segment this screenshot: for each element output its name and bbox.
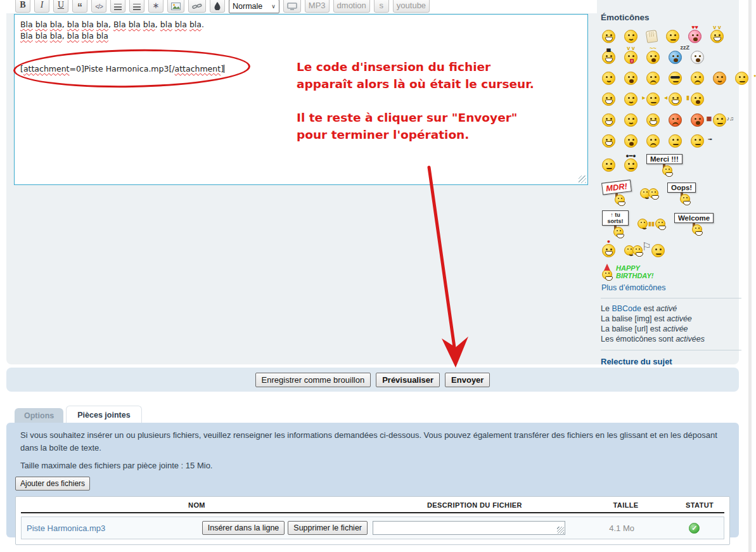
header-name: NOM [21, 501, 373, 509]
attachments-table: NOM DESCRIPTION DU FICHIER TAILLE STATUT… [15, 496, 730, 545]
toolbar-italic-button[interactable]: I [34, 0, 49, 13]
emoticons-panel: Émoticônes ♥♥v v▄v v~~zzZ*▸◂▮▦♪♫╼●━●Merc… [601, 10, 741, 366]
emoticon-rocker[interactable]: ▄ [602, 51, 615, 64]
birthday-text: HAPPY BIRTHDAY! [616, 264, 669, 279]
textarea-resize-handle[interactable] [579, 176, 586, 183]
attachments-panel: Si vous souhaitez insérer un ou plusieur… [6, 423, 739, 537]
toolbar-insert-link-icon[interactable] [188, 0, 206, 13]
submit-button-bar: Enregistrer comme brouillon Prévisualise… [6, 368, 739, 392]
emoticon-big-grin-ears[interactable]: v v [710, 30, 724, 43]
toolbar-list-ordered-icon[interactable] [129, 0, 144, 13]
attachments-table-header: NOM DESCRIPTION DU FICHIER TAILLE STATUT [21, 499, 724, 513]
emoticon-cool[interactable] [669, 72, 682, 85]
emoticon-neutral[interactable] [669, 134, 682, 148]
emoticon-whistle[interactable]: ♪♫ [713, 113, 726, 127]
emoticon-thumb-down[interactable]: ◂ [646, 93, 660, 106]
emoticon-very-happy[interactable] [602, 30, 615, 43]
emoticon-gunman[interactable]: ╼ [691, 134, 704, 148]
toolbar-list-item-button[interactable]: ∗ [148, 0, 163, 13]
emoticon-mdr[interactable]: MDR! [602, 181, 631, 205]
emoticon-beer[interactable]: ▮▮ [637, 219, 665, 229]
emoticons-title: Émoticônes [601, 13, 741, 22]
emoticon-redface[interactable] [713, 72, 726, 85]
toolbar-dmotion-button[interactable]: dmotion [333, 0, 370, 13]
emoticon-think[interactable]: * [735, 72, 748, 85]
attachment-file-link[interactable]: Piste Harmonica.mp3 [27, 523, 199, 533]
emoticon-thumbs-grin[interactable] [602, 134, 615, 148]
emoticon-down[interactable] [646, 134, 660, 148]
more-emoticons-link[interactable]: Plus d’émoticônes [601, 283, 741, 292]
emoticon-blonde[interactable]: ~~ [646, 51, 660, 64]
emoticon-sad[interactable] [646, 72, 660, 85]
toolbar-flash-icon[interactable] [283, 0, 301, 13]
format-select[interactable]: Normale∨ [229, 0, 279, 13]
emoticon-hug[interactable] [624, 245, 643, 255]
preview-button[interactable]: Prévisualiser [376, 373, 440, 387]
emoticon-weightlifter[interactable]: ●━● [624, 158, 637, 172]
toolbar-youtube-button[interactable]: youtube [393, 0, 430, 13]
emoticon-tu-sorts[interactable]: ↑ tu sorts! [602, 210, 629, 237]
emoticon-party[interactable]: ● [602, 244, 615, 257]
toolbar-list-bullet-icon[interactable] [110, 0, 125, 13]
delete-file-button[interactable]: Supprimer le fichier [288, 521, 368, 535]
tab-options[interactable]: Options [15, 408, 63, 423]
annotation-text: Le code d'insersion du fichierapparaît a… [297, 58, 599, 160]
header-size: TAILLE [577, 501, 675, 509]
attachments-intro: Si vous souhaitez insérer un ou plusieur… [20, 429, 727, 454]
emoticon-content[interactable] [666, 30, 679, 43]
emoticon-smile2[interactable] [602, 72, 615, 85]
emoticon-bow[interactable] [602, 158, 615, 172]
smiley-icon [602, 269, 612, 279]
post-editor-page: BIU“</>∗Normale∨MP3dmotionsyoutube Bla b… [0, 0, 756, 552]
emoticon-cheer-thumbs[interactable] [602, 93, 615, 106]
emoticon-welcome[interactable]: Welcome [674, 213, 714, 234]
emoticon-kiss[interactable] [640, 188, 658, 198]
editor-tabs: Options Pièces jointes [15, 406, 142, 423]
emoticon-wave-hand[interactable] [646, 30, 657, 42]
bbcode-link[interactable]: BBCode [612, 304, 641, 313]
emoticon-grin[interactable] [602, 113, 615, 127]
add-files-button[interactable]: Ajouter des fichiers [15, 477, 90, 491]
toolbar-underline-button[interactable]: U [53, 0, 68, 13]
annotation-arrow [402, 158, 475, 370]
emoticon-shocked[interactable] [691, 51, 704, 64]
emoticon-smile[interactable] [624, 30, 637, 43]
emoticon-happy-birthday[interactable]: HAPPY BIRTHDAY! [602, 264, 741, 279]
header-status: STATUT [675, 501, 724, 509]
attachment-size: 4.1 Mo [573, 523, 670, 533]
toolbar-insert-image-icon[interactable] [167, 0, 184, 13]
toolbar-mp3-button[interactable]: MP3 [305, 0, 330, 13]
emoticon-laugh[interactable] [646, 113, 660, 127]
toolbar-bold-button[interactable]: B [15, 0, 30, 13]
toolbar-code-button[interactable]: </> [91, 0, 106, 13]
file-description-input[interactable] [373, 521, 565, 535]
emoticon-wide-eyes[interactable] [624, 134, 637, 148]
emoticon-shout[interactable] [691, 93, 704, 106]
emoticon-merci[interactable]: Merci !!! [646, 154, 682, 176]
toolbar-quote-button[interactable]: “ [72, 0, 87, 13]
emoticon-oops[interactable]: Oops! [667, 183, 696, 204]
emoticon-champion[interactable]: ▮ [669, 93, 682, 106]
page-edge-line [748, 0, 752, 552]
emoticon-angry[interactable] [669, 113, 682, 127]
bbcode-toolbar: BIU“</>∗Normale∨MP3dmotionsyoutube [6, 0, 597, 13]
emoticon-eek[interactable] [624, 72, 637, 85]
topic-review-link[interactable]: Relecture du sujet [601, 357, 741, 366]
toolbar-s-button[interactable]: s [374, 0, 389, 13]
emoticons-grid: ♥♥v v▄v v~~zzZ*▸◂▮▦♪♫╼●━●Merci !!!MDR!Oo… [601, 29, 741, 258]
emoticon-head-wall[interactable]: ▦ [691, 113, 704, 127]
emoticon-ok-thumb[interactable]: ▸ [624, 93, 637, 106]
emoticon-tongue-cheer[interactable]: v v [624, 51, 637, 64]
insert-inline-button[interactable]: Insérer dans la ligne [202, 521, 285, 535]
toolbar-font-colour-icon[interactable] [210, 0, 225, 13]
save-draft-button[interactable]: Enregistrer comme brouillon [255, 373, 371, 387]
divider [601, 350, 741, 350]
emoticon-sleepy[interactable]: zzZ [669, 51, 682, 64]
emoticon-mad[interactable] [691, 72, 704, 85]
tab-attachments[interactable]: Pièces jointes [66, 406, 141, 423]
emoticon-white-flag[interactable]: ⚐ [651, 244, 665, 257]
bbcode-status: Le BBCode est activéLa balise [img] est … [601, 304, 741, 344]
emoticon-in-love[interactable]: ♥♥ [688, 30, 702, 43]
send-button[interactable]: Envoyer [445, 373, 490, 387]
emoticon-wink[interactable] [624, 113, 637, 127]
